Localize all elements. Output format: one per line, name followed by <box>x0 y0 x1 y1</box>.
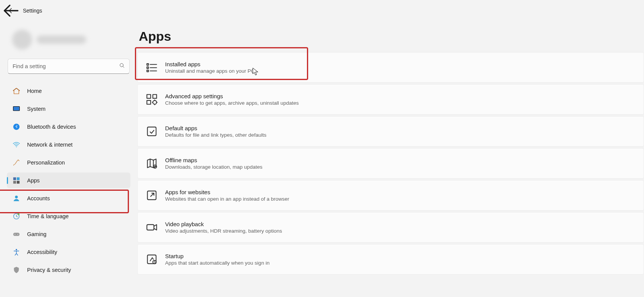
card-subtitle: Apps that start automatically when you s… <box>165 260 270 266</box>
main-content: Apps Installed apps Uninstall and manage… <box>137 21 644 297</box>
card-subtitle: Uninstall and manage apps on your PC <box>165 68 255 74</box>
svg-point-9 <box>15 195 18 198</box>
card-subtitle: Choose where to get apps, archive apps, … <box>165 100 299 106</box>
card-title: Apps for websites <box>165 189 289 195</box>
person-icon <box>12 194 21 203</box>
card-title: Video playback <box>165 221 282 227</box>
svg-point-22 <box>153 101 157 104</box>
sidebar-item-label: Bluetooth & devices <box>27 124 76 130</box>
card-title: Startup <box>165 253 270 259</box>
svg-rect-23 <box>148 127 156 136</box>
video-icon <box>145 221 158 234</box>
default-apps-icon <box>145 125 158 138</box>
sidebar-item-privacy[interactable]: Privacy & security <box>7 262 130 278</box>
card-title: Offline maps <box>165 157 262 163</box>
titlebar: Settings <box>0 0 644 21</box>
apps-gear-icon <box>145 93 158 106</box>
sidebar-item-personalization[interactable]: Personalization <box>7 155 130 170</box>
sidebar-item-label: Home <box>27 88 42 94</box>
sidebar-item-label: Network & internet <box>27 142 72 148</box>
svg-rect-21 <box>147 101 151 104</box>
card-title: Advanced app settings <box>165 93 299 99</box>
card-title: Default apps <box>165 125 267 131</box>
avatar <box>12 30 32 50</box>
brush-icon <box>12 158 21 167</box>
card-startup[interactable]: Startup Apps that start automatically wh… <box>137 244 644 275</box>
svg-rect-20 <box>153 94 157 98</box>
sidebar: Home System Bluetooth & devices Network … <box>0 21 137 297</box>
startup-icon <box>145 253 158 266</box>
svg-point-14 <box>18 234 18 235</box>
sidebar-item-time[interactable]: Time & language <box>7 208 130 224</box>
sidebar-item-label: Accessibility <box>27 249 57 255</box>
map-icon <box>145 157 158 170</box>
shield-icon <box>12 266 21 274</box>
sidebar-item-home[interactable]: Home <box>7 83 130 99</box>
sidebar-item-label: Apps <box>27 177 40 184</box>
svg-rect-7 <box>13 180 16 183</box>
wifi-icon <box>12 141 21 149</box>
sidebar-item-bluetooth[interactable]: Bluetooth & devices <box>7 119 130 134</box>
system-icon <box>12 105 21 113</box>
card-installed-apps[interactable]: Installed apps Uninstall and manage apps… <box>137 52 644 83</box>
sidebar-item-accounts[interactable]: Accounts <box>7 190 130 206</box>
svg-rect-12 <box>13 233 20 236</box>
svg-point-11 <box>18 213 20 215</box>
card-default-apps[interactable]: Default apps Defaults for file and link … <box>137 116 644 147</box>
home-icon <box>12 87 21 95</box>
svg-rect-26 <box>147 225 154 230</box>
svg-rect-17 <box>147 67 148 69</box>
back-button[interactable] <box>6 6 15 15</box>
sidebar-item-system[interactable]: System <box>7 101 130 117</box>
sidebar-item-label: System <box>27 106 45 112</box>
page-title: Apps <box>139 29 644 52</box>
card-advanced-app-settings[interactable]: Advanced app settings Choose where to ge… <box>137 84 644 115</box>
card-subtitle: Video adjustments, HDR streaming, batter… <box>165 228 282 234</box>
settings-card-list: Installed apps Uninstall and manage apps… <box>137 52 644 275</box>
svg-rect-6 <box>17 177 19 180</box>
list-icon <box>145 61 158 74</box>
sidebar-item-accessibility[interactable]: Accessibility <box>7 244 130 260</box>
app-title: Settings <box>23 8 42 14</box>
nav-list: Home System Bluetooth & devices Network … <box>6 83 131 278</box>
svg-rect-8 <box>17 180 19 183</box>
sidebar-item-label: Accounts <box>27 195 50 201</box>
gaming-icon <box>12 230 21 238</box>
svg-point-13 <box>14 234 15 235</box>
account-profile[interactable] <box>6 26 131 59</box>
svg-point-15 <box>16 249 17 250</box>
account-name <box>37 35 86 44</box>
sidebar-item-label: Gaming <box>27 231 47 237</box>
card-apps-for-websites[interactable]: Apps for websites Websites that can open… <box>137 180 644 211</box>
svg-rect-16 <box>147 64 148 65</box>
svg-point-4 <box>16 146 17 147</box>
sidebar-item-label: Privacy & security <box>27 267 71 273</box>
svg-rect-1 <box>13 106 20 110</box>
sidebar-item-label: Personalization <box>27 160 65 166</box>
card-subtitle: Websites that can open in an app instead… <box>165 196 289 202</box>
bluetooth-icon <box>12 123 21 131</box>
sidebar-item-apps[interactable]: Apps <box>7 172 130 188</box>
apps-icon <box>12 176 21 185</box>
clock-icon <box>12 212 21 220</box>
card-subtitle: Defaults for file and link types, other … <box>165 132 267 138</box>
card-subtitle: Downloads, storage location, map updates <box>165 164 262 170</box>
search-icon <box>119 62 125 70</box>
accessibility-icon <box>12 248 21 256</box>
card-title: Installed apps <box>165 61 255 67</box>
search-input[interactable] <box>8 59 130 74</box>
svg-rect-5 <box>13 177 16 180</box>
sidebar-item-gaming[interactable]: Gaming <box>7 226 130 242</box>
svg-rect-18 <box>147 70 148 72</box>
sidebar-item-network[interactable]: Network & internet <box>7 137 130 152</box>
open-external-icon <box>145 189 158 202</box>
svg-rect-19 <box>147 94 151 98</box>
card-video-playback[interactable]: Video playback Video adjustments, HDR st… <box>137 212 644 243</box>
card-offline-maps[interactable]: Offline maps Downloads, storage location… <box>137 148 644 179</box>
sidebar-item-label: Time & language <box>27 213 69 219</box>
